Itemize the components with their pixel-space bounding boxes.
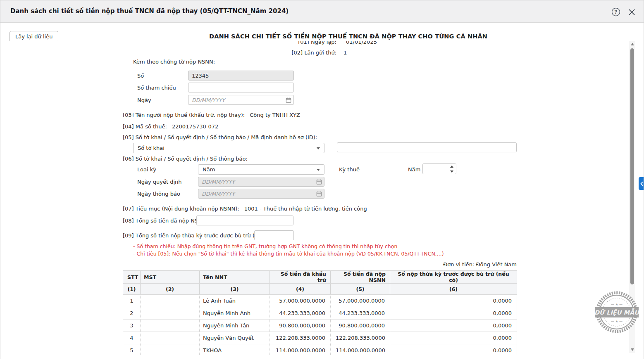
close-button[interactable]: [626, 7, 637, 17]
line03-value: Công ty TNHH XYZ: [250, 112, 300, 118]
col-number: (6): [390, 284, 517, 295]
line09-label: [09] Tổng số tiền nộp thừa kỳ trước được…: [123, 232, 277, 239]
col-number: (2): [141, 284, 200, 295]
table-subheader-row: (1) (2) (3) (4) (5) (6): [123, 284, 517, 295]
cell-nop-nsnn: 114.000.000.0000: [331, 344, 390, 355]
vertical-scrollbar[interactable]: [629, 41, 635, 353]
cell-bu-tru: 0,0000: [390, 320, 517, 332]
ky-thue-year-stepper[interactable]: [422, 163, 456, 174]
scrollbar-down-button[interactable]: [629, 347, 635, 352]
loai-ky-select[interactable]: Năm: [198, 164, 324, 175]
arrow-up-icon: [631, 43, 634, 45]
cell-khau-tru: 90.800.000,0000: [270, 320, 331, 332]
table-row: 3 Nguyễn Minh Tân 90.800.000,0000 90.800…: [123, 320, 517, 332]
stepper-up-button[interactable]: [447, 164, 456, 169]
cell-bu-tru: 0.0000: [390, 344, 517, 355]
dialog-title: Danh sách chi tiết số tiền nộp thuế TNCN…: [10, 7, 289, 15]
line01-value: 01/01/2025: [346, 41, 377, 45]
line04-value: 2200175730-072: [172, 123, 218, 130]
cell-ten-nnt: Lê Anh Tuấn: [200, 295, 270, 307]
cell-stt: 4: [123, 332, 141, 344]
ngay-thong-bao-input[interactable]: [198, 189, 324, 199]
cell-mst: [141, 307, 200, 320]
loai-ky-label: Loại kỳ: [137, 166, 156, 173]
line07-label: [07] Tiểu mục (Nội dung khoản nộp NSNN):: [123, 206, 239, 212]
cell-mst: [141, 320, 200, 332]
ngay-thong-bao-field: [198, 189, 324, 199]
detail-table: STT MST Tên NNT Số tiền đã khấu trừ Số t…: [123, 270, 517, 355]
help-button[interactable]: ?: [611, 7, 621, 17]
dialog-window: Danh sách chi tiết số tiền nộp thuế TNCN…: [0, 0, 644, 359]
scrollbar-up-button[interactable]: [629, 42, 635, 47]
attach-heading: Kèm theo chứng từ nộp NSNN:: [133, 59, 215, 65]
cell-khau-tru: 44.233.333,0000: [270, 307, 331, 320]
panel-expand-tab[interactable]: [639, 177, 644, 190]
ngay-quyet-dinh-field: [198, 177, 324, 187]
note-chi-tieu-05: - Chỉ tiêu [05]: Nếu chọn "Số tờ khai" t…: [133, 251, 444, 257]
col-number: (1): [123, 284, 141, 295]
table-row: 2 Nguyễn Minh Anh 44.233.333,0000 44.233…: [123, 307, 517, 320]
line05-id-input[interactable]: [337, 142, 517, 152]
col-header-bu-tru: Số nộp thừa kỳ trước được bù trừ (nếu có…: [390, 271, 517, 284]
svg-text:?: ?: [614, 9, 617, 15]
ngay-date-field[interactable]: [188, 95, 294, 105]
calendar-icon: [316, 191, 322, 199]
cell-ten-nnt: Nguyễn Minh Anh: [200, 307, 270, 320]
cell-ten-nnt: Nguyễn Văn Quyết: [200, 332, 270, 344]
line03-label: [03] Tên người nộp thuế (khấu trừ, nộp t…: [123, 112, 245, 118]
so-input[interactable]: [188, 71, 294, 81]
so-label: Số: [137, 73, 144, 79]
so-tham-chieu-label: Số tham chiếu: [137, 85, 176, 91]
line04-label: [04] Mã số thuế:: [123, 123, 167, 130]
col-number: (4): [270, 284, 331, 295]
col-header-khau-tru: Số tiền đã khấu trừ: [270, 271, 331, 284]
close-icon: [627, 8, 636, 17]
cell-khau-tru: 122.208.333,0000: [270, 332, 331, 344]
cell-nop-nsnn: 122.208.333,0000: [331, 332, 390, 344]
arrow-down-icon: [450, 171, 453, 173]
ngay-date-input[interactable]: [188, 95, 294, 105]
cell-nop-nsnn: 44.233.333,0000: [331, 307, 390, 320]
note-so-tham-chieu: - Số tham chiếu: Nhập đúng thông tin trê…: [133, 243, 397, 249]
line02-value: 1: [343, 50, 347, 56]
stepper-down-button[interactable]: [447, 169, 456, 174]
calendar-icon: [316, 179, 322, 187]
col-header-stt: STT: [123, 271, 141, 284]
line05-selected-value: Số tờ khai: [138, 145, 165, 151]
line07-value: 1001 - Thuế thu nhập từ tiền lương, tiền…: [244, 206, 367, 212]
line05-type-select[interactable]: Số tờ khai: [133, 143, 324, 153]
col-number: (5): [331, 284, 390, 295]
scrollbar-thumb[interactable]: [630, 48, 634, 284]
cell-ten-nnt: TKHOA: [200, 344, 270, 355]
table-row: 4 Nguyễn Văn Quyết 122.208.333,0000 122.…: [123, 332, 517, 344]
form-viewport: [01] Ngày lập: 01/01/2025 [02] Lần gửi t…: [1, 41, 629, 355]
loai-ky-selected-value: Năm: [203, 166, 215, 173]
cell-nop-nsnn: 57.000.000,0000: [331, 295, 390, 307]
cell-stt: 2: [123, 307, 141, 320]
arrow-down-icon: [631, 348, 634, 351]
ky-thue-unit-label: Năm: [408, 166, 420, 173]
col-header-mst: MST: [141, 271, 200, 284]
dialog-titlebar: Danh sách chi tiết số tiền nộp thuế TNCN…: [0, 0, 644, 23]
form-main-title: DANH SÁCH CHI TIẾT SỐ TIỀN NỘP THUẾ TNCN…: [209, 33, 487, 40]
ngay-quyet-dinh-input[interactable]: [198, 177, 324, 187]
cell-stt: 5: [123, 344, 141, 355]
calendar-icon[interactable]: [286, 97, 291, 105]
currency-note: Đơn vị tiền: Đồng Việt Nam: [393, 261, 517, 268]
cell-stt: 1: [123, 295, 141, 307]
line02-label: [02] Lần gửi thứ:: [257, 50, 336, 56]
cell-mst: [141, 295, 200, 307]
reload-data-button[interactable]: Lấy lại dữ liệu: [10, 31, 58, 42]
cell-bu-tru: 0,0000: [390, 307, 517, 320]
chevron-down-icon: [317, 147, 320, 149]
line08-label: [08] Tổng số tiền đã nộp NSNN:: [123, 218, 208, 224]
line08-input[interactable]: [196, 216, 293, 225]
chevron-left-icon: [640, 182, 643, 186]
so-tham-chieu-input[interactable]: [188, 83, 294, 92]
cell-khau-tru: 114.000.000.0000: [270, 344, 331, 355]
ngay-quyet-dinh-label: Ngày quyết định: [137, 179, 182, 185]
line09-input[interactable]: [254, 230, 294, 240]
table-row: 1 Lê Anh Tuấn 57.000.000,0000 57.000.000…: [123, 295, 517, 307]
ngay-thong-bao-label: Ngày thông báo: [137, 191, 180, 197]
cell-mst: [141, 344, 200, 355]
